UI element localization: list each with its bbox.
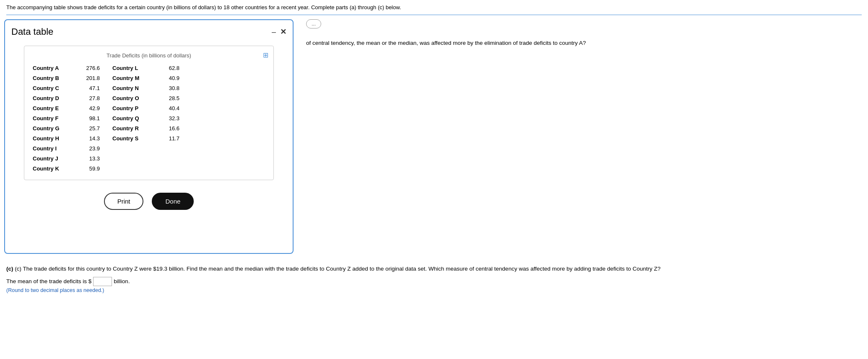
right-values-col: 62.840.930.828.540.432.316.611.7: [154, 63, 179, 173]
copy-icon[interactable]: ⊞: [263, 51, 268, 59]
right-panel: ... of central tendency, the mean or the…: [298, 15, 868, 258]
mean-label-text: The mean of the trade deficits is $: [6, 277, 91, 286]
table-row: 40.4: [159, 103, 179, 113]
table-row: 62.8: [159, 63, 179, 73]
table-row: 32.3: [159, 113, 179, 123]
table-row: 13.3: [79, 153, 100, 163]
table-row: Country I: [33, 143, 75, 153]
table-row: Country A: [33, 63, 75, 73]
table-row: 14.3: [79, 133, 100, 143]
expand-button[interactable]: ...: [306, 19, 321, 28]
table-row: 47.1: [79, 83, 100, 93]
answer-line: The mean of the trade deficits is $ bill…: [6, 277, 862, 286]
modal-titlebar: Data table – ✕: [11, 26, 286, 37]
table-row: Country L: [112, 63, 154, 73]
table-row: Country F: [33, 113, 75, 123]
table-row: Country Q: [112, 113, 154, 123]
table-row: 23.9: [79, 143, 100, 153]
table-row: 25.7: [79, 123, 100, 133]
modal-dialog: Data table – ✕ Trade Deficits (in billio…: [4, 19, 294, 254]
table-row: Country K: [33, 163, 75, 173]
table-row: 16.6: [159, 123, 179, 133]
modal-buttons: Print Done: [11, 193, 286, 210]
part-c-text: (c) (c) The trade deficits for this coun…: [6, 264, 862, 274]
close-button[interactable]: ✕: [280, 28, 286, 36]
table-row: 276.6: [79, 63, 100, 73]
table-row: Country H: [33, 133, 75, 143]
table-row: Country J: [33, 153, 75, 163]
table-row: Country E: [33, 103, 75, 113]
done-button[interactable]: Done: [152, 193, 194, 210]
minimize-button[interactable]: –: [272, 28, 276, 36]
modal-title: Data table: [11, 26, 53, 37]
main-area: Data table – ✕ Trade Deficits (in billio…: [0, 15, 868, 258]
table-row: 30.8: [159, 83, 179, 93]
table-row: 42.9: [79, 103, 100, 113]
table-row: Country D: [33, 93, 75, 103]
left-names-col: Country ACountry BCountry CCountry DCoun…: [33, 63, 75, 173]
right-names-col: Country LCountry MCountry NCountry OCoun…: [112, 63, 154, 173]
page-wrapper: The accompanying table shows trade defic…: [0, 0, 868, 359]
table-row: 28.5: [159, 93, 179, 103]
table-row: Country M: [112, 73, 154, 83]
left-column-group: Country ACountry BCountry CCountry DCoun…: [33, 63, 100, 173]
table-row: Country R: [112, 123, 154, 133]
bottom-content: (c) (c) The trade deficits for this coun…: [0, 258, 868, 301]
table-row: 11.7: [159, 133, 179, 143]
data-table: Country ACountry BCountry CCountry DCoun…: [33, 63, 265, 173]
table-row: Country B: [33, 73, 75, 83]
top-description: The accompanying table shows trade defic…: [0, 4, 868, 15]
table-row: Country C: [33, 83, 75, 93]
table-row: Country S: [112, 133, 154, 143]
left-values-col: 276.6201.847.127.842.998.125.714.323.913…: [75, 63, 100, 173]
table-row: Country G: [33, 123, 75, 133]
table-header: Trade Deficits (in billions of dollars): [33, 52, 265, 59]
table-row: 98.1: [79, 113, 100, 123]
table-row: Country N: [112, 83, 154, 93]
hint-text: (Round to two decimal places as needed.): [6, 286, 862, 294]
part-c-label: (c): [6, 266, 13, 272]
table-row: 40.9: [159, 73, 179, 83]
data-table-container: Trade Deficits (in billions of dollars) …: [24, 46, 274, 180]
part-c-description: (c) The trade deficits for this country …: [15, 266, 660, 272]
modal-controls: – ✕: [272, 28, 286, 36]
table-row: 59.9: [79, 163, 100, 173]
right-column-group: Country LCountry MCountry NCountry OCoun…: [112, 63, 179, 173]
print-button[interactable]: Print: [104, 193, 144, 210]
question-text: of central tendency, the mean or the med…: [306, 39, 860, 47]
table-row: 27.8: [79, 93, 100, 103]
table-row: Country P: [112, 103, 154, 113]
table-row: 201.8: [79, 73, 100, 83]
mean-input[interactable]: [93, 277, 112, 286]
mean-suffix-text: billion.: [114, 277, 130, 286]
table-row: Country O: [112, 93, 154, 103]
